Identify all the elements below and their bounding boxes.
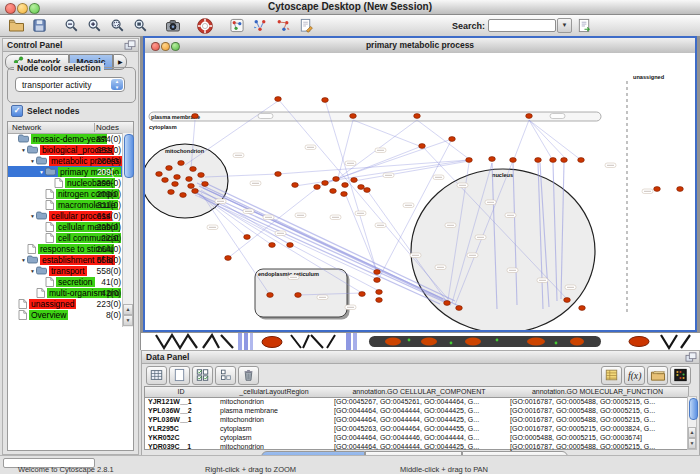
network-node[interactable] bbox=[444, 301, 451, 306]
network-node[interactable] bbox=[322, 98, 329, 103]
select-nodes-checkbox[interactable]: ✓ bbox=[11, 105, 23, 117]
network-node[interactable] bbox=[564, 298, 571, 303]
network-edge[interactable] bbox=[195, 195, 377, 279]
network-edge[interactable] bbox=[278, 160, 469, 174]
table-row-YJR121W__1[interactable]: YJR121W__1mitochondrion[GO:0045267, GO:0… bbox=[145, 397, 688, 406]
new-attribute-icon[interactable] bbox=[169, 366, 190, 385]
network-node[interactable] bbox=[419, 144, 426, 149]
delete-attribute-icon[interactable] bbox=[238, 366, 259, 385]
tree-scrollbar[interactable]: ▲ ▼ bbox=[122, 133, 133, 327]
network-node[interactable] bbox=[342, 183, 349, 188]
table-scrollbar-thumb[interactable] bbox=[689, 398, 698, 420]
network-edge[interactable] bbox=[325, 100, 377, 272]
network-node[interactable] bbox=[267, 293, 274, 298]
network-node[interactable] bbox=[364, 188, 371, 193]
tree-row-secretion[interactable]: secretion41(0) bbox=[8, 276, 123, 287]
network-node[interactable] bbox=[225, 256, 232, 261]
zoom-in-icon[interactable] bbox=[84, 17, 105, 35]
scroll-up-icon[interactable]: ▲ bbox=[688, 427, 696, 438]
network-node[interactable] bbox=[295, 293, 302, 298]
network-node[interactable] bbox=[162, 178, 169, 183]
network-node[interactable] bbox=[351, 178, 358, 183]
tree-row-mosaic-demo-yeast[interactable]: mosaic-demo-yeast874(0) bbox=[8, 133, 123, 144]
search-dropdown-button[interactable]: ▼ bbox=[557, 18, 572, 33]
tree-row-establishment-of-lo[interactable]: ▼establishment of lo558(0) bbox=[8, 254, 123, 265]
table-row-YPL036W__1[interactable]: YPL036W__1mitochondrion[GO:0044464, GO:0… bbox=[145, 415, 688, 424]
open-file-icon[interactable] bbox=[6, 17, 27, 35]
network-node[interactable] bbox=[156, 172, 163, 177]
zoom-selected-region-icon[interactable] bbox=[107, 17, 128, 35]
apply-layout-icon[interactable] bbox=[249, 17, 270, 35]
network-node[interactable] bbox=[180, 193, 187, 198]
network-node[interactable] bbox=[244, 235, 251, 240]
network-node[interactable] bbox=[489, 157, 496, 162]
tree-expand-arrow-icon[interactable]: ▼ bbox=[29, 268, 36, 274]
import-attributes-icon[interactable] bbox=[647, 366, 668, 385]
tree-scrollbar-thumb[interactable] bbox=[124, 134, 134, 178]
network-node[interactable] bbox=[269, 243, 276, 248]
network-node[interactable] bbox=[341, 192, 348, 197]
network-node[interactable] bbox=[192, 189, 199, 194]
network-node[interactable] bbox=[456, 306, 463, 311]
network-node[interactable] bbox=[275, 97, 282, 102]
tree-row-cell-communicat[interactable]: cell communicat22(0) bbox=[8, 232, 123, 243]
network-node[interactable] bbox=[376, 290, 383, 295]
snapshot-camera-icon[interactable] bbox=[162, 17, 183, 35]
network-node[interactable] bbox=[510, 158, 517, 163]
network-node[interactable] bbox=[374, 278, 381, 283]
network-node[interactable] bbox=[654, 187, 661, 192]
network-node[interactable] bbox=[322, 181, 329, 186]
network-node[interactable] bbox=[198, 173, 205, 178]
network-node[interactable] bbox=[579, 306, 586, 311]
table-row-YKR052C[interactable]: YKR052Ccytoplasm[GO:0044464, GO:0044446,… bbox=[145, 433, 688, 442]
select-attributes-icon[interactable] bbox=[192, 366, 213, 385]
network-node[interactable] bbox=[174, 175, 181, 180]
tree-expand-arrow-icon[interactable]: ▼ bbox=[20, 257, 27, 263]
network-node[interactable] bbox=[677, 187, 684, 192]
network-node[interactable] bbox=[190, 167, 197, 172]
network-node[interactable] bbox=[292, 183, 299, 188]
network-node[interactable] bbox=[414, 114, 421, 119]
tree-row-cellular-metabol[interactable]: cellular metabol209(0) bbox=[8, 221, 123, 232]
search-input[interactable] bbox=[488, 19, 556, 32]
network-node[interactable] bbox=[330, 189, 337, 194]
tree-row-unassigned[interactable]: unassigned223(0) bbox=[8, 298, 123, 309]
network-node[interactable] bbox=[166, 166, 173, 171]
network-node[interactable] bbox=[578, 158, 585, 163]
node-outline-oval[interactable] bbox=[258, 114, 273, 119]
tree-expand-arrow-icon[interactable]: ▼ bbox=[29, 213, 36, 219]
tree-expand-arrow-icon[interactable]: ▼ bbox=[38, 169, 45, 175]
network-node[interactable] bbox=[358, 185, 365, 190]
network-node[interactable] bbox=[535, 158, 542, 163]
attribute-grid-icon[interactable] bbox=[146, 366, 167, 385]
tree-row-multi-organism-pro[interactable]: multi-organism pro42(0) bbox=[8, 287, 123, 298]
network-node[interactable] bbox=[287, 243, 294, 248]
unselect-attributes-icon[interactable] bbox=[215, 366, 236, 385]
network-node[interactable] bbox=[359, 292, 366, 297]
tree-row-nitrogen-compo[interactable]: nitrogen compo209(0) bbox=[8, 188, 123, 199]
tree-row-response-to-stimulu[interactable]: response to stimulu264(0) bbox=[8, 243, 123, 254]
network-node[interactable] bbox=[172, 182, 179, 187]
attribute-batch-icon[interactable] bbox=[601, 366, 622, 385]
save-session-icon[interactable] bbox=[29, 17, 50, 35]
import-network-icon[interactable] bbox=[577, 18, 592, 33]
tree-column-network[interactable]: Network bbox=[12, 122, 41, 133]
network-node[interactable] bbox=[550, 158, 557, 163]
network-edge[interactable] bbox=[317, 146, 422, 187]
network-canvas[interactable]: plasma membranecytoplasmmitochondrionnuc… bbox=[145, 53, 695, 330]
help-lifesaver-icon[interactable] bbox=[194, 17, 215, 35]
attribute-matrix-icon[interactable] bbox=[670, 366, 691, 385]
network-node[interactable] bbox=[449, 137, 456, 142]
zoom-fit-content-icon[interactable] bbox=[130, 17, 151, 35]
network-edge[interactable] bbox=[417, 120, 469, 159]
table-scrollbar[interactable]: ▲ ▼ bbox=[687, 396, 697, 450]
tree-row-metabolic-process[interactable]: ▼metabolic process280(0) bbox=[8, 155, 123, 166]
network-node[interactable] bbox=[376, 298, 383, 303]
scroll-down-icon[interactable]: ▼ bbox=[123, 315, 133, 326]
network-node[interactable] bbox=[178, 161, 185, 166]
zoom-out-icon[interactable] bbox=[61, 17, 82, 35]
function-builder-icon[interactable]: f(x) bbox=[624, 366, 645, 385]
network-node[interactable] bbox=[168, 190, 175, 195]
float-panel-icon[interactable] bbox=[124, 40, 136, 53]
scroll-up-icon[interactable]: ▲ bbox=[123, 304, 133, 315]
